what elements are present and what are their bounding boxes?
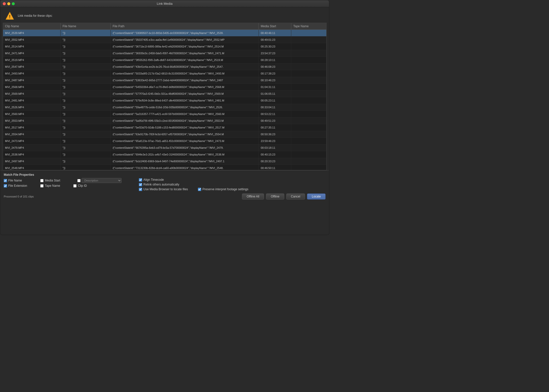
table-row[interactable]: MVI_2471.MP4 "}} /{"contentStateId":"369… <box>3 50 326 57</box>
cell-file-path: /{"contentStateId":"59a4877b-cebb-516d-1… <box>111 104 259 110</box>
cell-media-start: 00:40:15:23 <box>259 151 291 158</box>
header-section: ! Link media for these clips: <box>0 7 329 23</box>
col-tape-name: Tape Name <box>291 23 326 30</box>
table-body: MVI_2539.MP4 "}} /{"contentStateId":"330… <box>3 30 326 170</box>
relink-others-checkbox[interactable] <box>139 183 142 186</box>
cell-media-start: 00:17:38:23 <box>259 70 291 77</box>
all-checks-section: File Name Media Start Description <box>4 178 326 191</box>
cell-file-path: /{"contentStateId":"5a95d76f-49f6-55b3-c… <box>111 118 259 124</box>
use-media-browser-checkbox[interactable] <box>139 188 142 191</box>
table-row[interactable]: MVI_2569.MP4 "}} /{"contentStateId":"577… <box>3 90 326 97</box>
cell-media-start: 00:20:33:23 <box>259 158 291 164</box>
cell-file-name: "}} <box>61 84 111 90</box>
cell-tape-name <box>291 151 326 158</box>
table-row[interactable]: MVI_2568.MP4 "}} /{"contentStateId":"545… <box>3 84 326 90</box>
file-name-checkbox[interactable] <box>4 179 7 182</box>
description-dropdown[interactable]: Description <box>77 178 129 183</box>
cell-file-path: /{"contentStateId":"54550364-d6e7-cc70-8… <box>111 84 259 90</box>
table-row[interactable]: MVI_2548.MP4 "}} /{"contentStateId":"731… <box>3 165 326 170</box>
cell-tape-name <box>291 138 326 144</box>
cell-media-start: 00:49:01:23 <box>259 36 291 43</box>
cell-file-path: /{"contentStateId":"43b41e4a-ee2b-bc26-7… <box>111 64 259 70</box>
bottom-section: Match File Properties File Name Media St… <box>0 170 329 202</box>
table-header: Clip Name File Name File Path Media Star… <box>3 23 326 30</box>
cell-tape-name <box>291 84 326 90</box>
cancel-button[interactable]: Cancel <box>286 194 305 200</box>
cell-file-path: /{"contentStateId":"53633e42-665d-2777-2… <box>111 77 259 84</box>
cell-tape-name <box>291 97 326 104</box>
cell-media-start: 23:54:37:23 <box>259 50 291 56</box>
minimize-button[interactable] <box>7 2 10 5</box>
cell-media-start: 00:28:10:11 <box>259 57 291 63</box>
tape-name-checkbox[interactable] <box>40 184 44 188</box>
table-row[interactable]: MVI_2538.MP4 "}} /{"contentStateId":"694… <box>3 151 326 158</box>
action-buttons: Offline All Offline Cancel Locate <box>242 194 326 200</box>
table-row[interactable]: MVI_2481.MP4 "}} /{"contentStateId":"579… <box>3 97 326 104</box>
table-row[interactable]: MVI_2554.MP4 "}} /{"contentStateId":"63e… <box>3 131 326 138</box>
media-start-check[interactable]: Media Start <box>40 179 67 182</box>
media-start-checkbox[interactable] <box>40 179 44 182</box>
maximize-button[interactable] <box>12 2 15 5</box>
offline-all-button[interactable]: Offline All <box>242 194 264 200</box>
cell-file-path: /{"contentStateId":"63e9170b-783f-fe3d-6… <box>111 131 259 138</box>
cell-file-path: /{"contentStateId":"5033a9f3-217d-f3a2-6… <box>111 70 259 77</box>
table-row[interactable]: MVI_2560.MP4 "}} /{"contentStateId":"5a3… <box>3 111 326 118</box>
cell-clip-name: MVI_2553.MP4 <box>3 118 61 124</box>
file-extension-checkbox[interactable] <box>4 184 7 188</box>
cell-file-path: /{"contentStateId":"6cb1f400-6969-0de4-9… <box>111 158 259 164</box>
preserve-interpret-checkbox[interactable] <box>198 188 201 191</box>
cell-file-name: "}} <box>61 43 111 50</box>
cell-tape-name <box>291 77 326 84</box>
cell-file-path: /{"contentStateId":"3f555262-f5f0-2afb-d… <box>111 57 259 63</box>
description-checkbox[interactable] <box>77 179 81 182</box>
cell-file-path: /{"contentStateId":"3671bc1f-6895-089a-f… <box>111 43 259 50</box>
clips-table[interactable]: Clip Name File Name File Path Media Star… <box>3 23 327 170</box>
col-file-path: File Path <box>111 23 259 30</box>
cell-clip-name: MVI_2569.MP4 <box>3 90 61 97</box>
table-row[interactable]: MVI_2517.MP4 "}} /{"contentStateId":"5ef… <box>3 124 326 131</box>
table-row[interactable]: MVI_2473.MP4 "}} /{"contentStateId":"65a… <box>3 138 326 144</box>
close-button[interactable] <box>3 2 6 5</box>
bottom-row: Processed 0 of 101 clips Offline All Off… <box>4 194 326 200</box>
cell-file-path: /{"contentStateId":"6676395a-6eb3-cd79-b… <box>111 144 259 151</box>
col-media-start: Media Start <box>259 23 291 30</box>
cell-clip-name: MVI_2526.MP4 <box>3 104 61 110</box>
table-row[interactable]: MVI_2497.MP4 "}} /{"contentStateId":"6cb… <box>3 158 326 165</box>
tape-name-check[interactable]: Tape Name <box>40 184 67 188</box>
table-row[interactable]: MVI_2526.MP4 "}} /{"contentStateId":"59a… <box>3 104 326 111</box>
table-row[interactable]: MVI_2487.MP4 "}} /{"contentStateId":"536… <box>3 77 326 84</box>
cell-file-path: /{"contentStateId":"694fe3e3-202c-a4b7-4… <box>111 151 259 158</box>
clip-id-check[interactable]: Clip ID <box>73 184 129 188</box>
file-extension-check[interactable]: File Extension <box>4 184 34 188</box>
table-row[interactable]: MVI_2493.MP4 "}} /{"contentStateId":"503… <box>3 70 326 77</box>
offline-button[interactable]: Offline <box>266 194 284 200</box>
cell-media-start: 01:04:31:11 <box>259 84 291 90</box>
align-timecode-checkbox[interactable] <box>139 178 142 182</box>
relink-others-check[interactable]: Relink others automatically <box>139 183 326 186</box>
align-timecode-check[interactable]: Align Timecode <box>139 178 326 182</box>
cell-clip-name: MVI_2479.MP4 <box>3 144 61 151</box>
preserve-interpret-check[interactable]: Preserve interpret footage settings <box>198 188 248 191</box>
use-media-browser-check[interactable]: Use Media Browser to locate files <box>139 188 188 191</box>
cell-tape-name <box>291 64 326 70</box>
clip-id-checkbox[interactable] <box>73 184 77 188</box>
cell-media-start: 00:46:50:11 <box>259 165 291 170</box>
cell-file-path: /{"contentStateId":"579cf504-0c8e-88ed-6… <box>111 97 259 104</box>
window-controls[interactable] <box>3 2 15 5</box>
cell-media-start: 00:03:18:11 <box>259 144 291 151</box>
table-row[interactable]: MVI_2519.MP4 "}} /{"contentStateId":"3f5… <box>3 57 326 64</box>
table-row[interactable]: MVI_2547.MP4 "}} /{"contentStateId":"43b… <box>3 64 326 70</box>
description-select[interactable]: Description <box>82 178 122 183</box>
cell-tape-name <box>291 70 326 77</box>
cell-file-name: "}} <box>61 151 111 158</box>
file-name-check[interactable]: File Name <box>4 179 34 182</box>
table-row[interactable]: MVI_2479.MP4 "}} /{"contentStateId":"667… <box>3 144 326 151</box>
table-row[interactable]: MVI_2514.MP4 "}} /{"contentStateId":"367… <box>3 43 326 50</box>
cell-clip-name: MVI_2539.MP4 <box>3 30 61 36</box>
left-checks-group: File Name Media Start Description <box>4 178 129 191</box>
locate-button[interactable]: Locate <box>307 194 326 200</box>
cell-tape-name <box>291 43 326 50</box>
table-row[interactable]: MVI_2539.MP4 "}} /{"contentStateId":"330… <box>3 30 326 36</box>
table-row[interactable]: MVI_2552.MP4 "}} /{"contentStateId":"350… <box>3 36 326 43</box>
table-row[interactable]: MVI_2553.MP4 "}} /{"contentStateId":"5a9… <box>3 118 326 124</box>
